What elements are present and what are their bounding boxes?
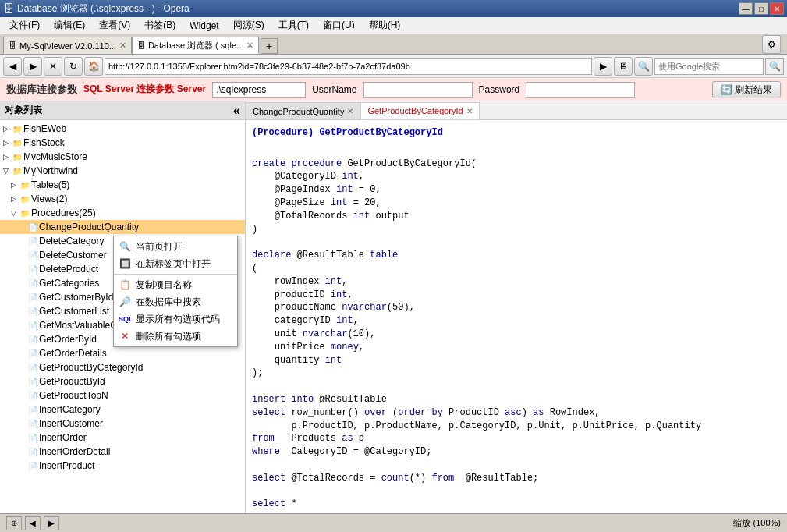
menu-view[interactable]: 查看(V): [93, 18, 136, 34]
label-mvcmusicstore: MvcMusicStore: [23, 151, 87, 162]
stop-button[interactable]: ✕: [44, 57, 62, 76]
status-left: ⊕ ◀ ▶: [6, 516, 59, 530]
icon-mynorthwind: 📁: [12, 167, 22, 176]
tree-item-getproducttopn[interactable]: 📄 GetProductTopN: [0, 388, 245, 403]
code-line-1: create procedure GetProductByCategoryId(: [252, 158, 781, 171]
status-btn-2[interactable]: ◀: [25, 516, 41, 530]
code-line-18: select row_number() over (order by Produ…: [252, 406, 781, 420]
label-getproductbyid: GetProductById: [39, 376, 105, 387]
minimize-button[interactable]: —: [739, 2, 753, 15]
tab-close-0[interactable]: ✕: [119, 41, 126, 51]
back-button[interactable]: ◀: [3, 57, 22, 76]
icon-changeproductqty: 📄: [28, 223, 37, 232]
label-tables: Tables(5): [31, 179, 69, 190]
menu-help[interactable]: 帮助(H): [363, 18, 407, 34]
tree-item-getproductbyid[interactable]: 📄 GetProductById: [0, 374, 245, 388]
ctx-copy-name[interactable]: 📋 复制项目名称: [114, 276, 237, 293]
sidebar-collapse-button[interactable]: «: [233, 104, 240, 118]
refresh-button[interactable]: ↻: [64, 57, 83, 76]
ctx-label-delete-checked: 删除所有勾选项: [136, 330, 201, 343]
tree-item-insertcustomer[interactable]: 📄 InsertCustomer: [0, 417, 245, 431]
ctx-separator-1: [114, 274, 237, 275]
inner-tab-label-1: GetProductByCategoryId: [367, 106, 463, 115]
code-line-13: unit nvarchar(10),: [252, 328, 781, 341]
ctx-delete-checked[interactable]: ✕ 删除所有勾选项: [114, 328, 237, 345]
tree-item-getproductbycategoryid[interactable]: 📄 GetProductByCategoryId: [0, 360, 245, 374]
tab-close-1[interactable]: ✕: [246, 41, 253, 51]
code-line-7: declare @ResultTable table: [252, 249, 781, 262]
browser-tab-1[interactable]: 🗄 Database 浏览器 (.sqle... ✕: [132, 37, 259, 54]
menu-tools[interactable]: 工具(T): [272, 18, 315, 34]
code-line-10: productID int,: [252, 289, 781, 302]
ctx-show-sql[interactable]: SQL 显示所有勾选项代码: [114, 310, 237, 328]
arrow-mvcmusicstore: ▷: [3, 153, 11, 161]
code-line-14: unitPrice money,: [252, 341, 781, 354]
maximize-button[interactable]: □: [754, 2, 768, 15]
label-getproducttopn: GetProductTopN: [39, 390, 108, 401]
menu-file[interactable]: 文件(F): [3, 18, 46, 34]
code-area[interactable]: (Procedure) GetProductByCategoryId creat…: [246, 120, 787, 513]
label-getcustomerlist: GetCustomerList: [39, 306, 109, 317]
search-input[interactable]: [654, 58, 764, 75]
close-button[interactable]: ✕: [770, 2, 784, 15]
server-input[interactable]: [212, 82, 306, 98]
inner-tab-close-0[interactable]: ✕: [347, 107, 353, 115]
status-btn-1[interactable]: ⊕: [6, 516, 22, 530]
tree-item-changeproductqty[interactable]: 📄 ChangeProductQuantity: [0, 220, 245, 234]
ctx-open-current[interactable]: 🔍 当前页打开: [114, 238, 237, 255]
forward-button[interactable]: ▶: [23, 57, 42, 76]
tree-item-getorderdetails[interactable]: 📄 GetOrderDetails: [0, 346, 245, 360]
go-button[interactable]: ▶: [594, 57, 612, 76]
arrow-mynorthwind: ▽: [3, 167, 11, 175]
label-deletecategory: DeleteCategory: [39, 236, 104, 246]
home-button[interactable]: 🏠: [84, 57, 103, 76]
inner-tab-0[interactable]: ChangeProductQuantity ✕: [246, 102, 360, 119]
tree-item-insertorder[interactable]: 📄 InsertOrder: [0, 431, 245, 445]
context-menu: 🔍 当前页打开 🔲 在新标签页中打开 📋 复制项目名称 🔎 在数据库中搜索: [113, 236, 238, 347]
password-input[interactable]: [526, 82, 635, 98]
label-getcustomerbyid: GetCustomerById: [39, 292, 113, 303]
ctx-open-new-tab[interactable]: 🔲 在新标签页中打开: [114, 255, 237, 272]
code-line-11: productName nvarchar(50),: [252, 301, 781, 314]
address-bar[interactable]: [105, 58, 592, 75]
username-label: UserName: [312, 84, 356, 95]
code-line-15: quantity int: [252, 354, 781, 367]
menu-edit[interactable]: 编辑(E): [48, 18, 91, 34]
label-procedures: Procedures(25): [31, 207, 96, 218]
browser-tab-0[interactable]: 🗄 My-SqlViewer V2.0.110... ✕: [3, 37, 132, 54]
inner-tab-close-1[interactable]: ✕: [466, 107, 473, 115]
ctx-search-db[interactable]: 🔎 在数据库中搜索: [114, 293, 237, 310]
inner-tab-1[interactable]: GetProductByCategoryId ✕: [360, 102, 479, 119]
icon-views: 📁: [20, 195, 30, 204]
tree-item-fisheWeb[interactable]: ▷ 📁 FishEWeb: [0, 122, 245, 136]
arrow-views: ▷: [11, 195, 19, 203]
tab-label-1: Database 浏览器 (.sqle...: [148, 40, 243, 51]
label-insertproduct: InsertProduct: [39, 460, 94, 471]
tree-item-insertorderdetail[interactable]: 📄 InsertOrderDetail: [0, 445, 245, 459]
menu-widget[interactable]: Widget: [183, 18, 225, 34]
status-bar: ⊕ ◀ ▶ 缩放 (100%): [0, 513, 787, 532]
zoom-button[interactable]: 🔍: [634, 57, 653, 76]
search-button[interactable]: 🔍: [765, 58, 784, 75]
tree-item-views[interactable]: ▷ 📁 Views(2): [0, 192, 245, 206]
code-procedure-title: (Procedure) GetProductByCategoryId: [252, 126, 781, 140]
tree-item-insertproduct[interactable]: 📄 InsertProduct: [0, 459, 245, 473]
arrow-tables: ▷: [11, 181, 19, 189]
refresh-results-button[interactable]: 🔄 刷新结果: [712, 81, 781, 98]
menu-bookmarks[interactable]: 书签(B): [138, 18, 182, 34]
new-tab-button[interactable]: +: [261, 38, 278, 54]
menu-network[interactable]: 网源(S): [227, 18, 271, 34]
tree-item-insertcategory[interactable]: 📄 InsertCategory: [0, 403, 245, 417]
menu-window[interactable]: 窗口(U): [317, 18, 361, 34]
tree-item-mvcmusicstore[interactable]: ▷ 📁 MvcMusicStore: [0, 150, 245, 164]
label-views: Views(2): [31, 193, 67, 204]
tree-item-mynorthwind[interactable]: ▽ 📁 MyNorthwind: [0, 164, 245, 178]
status-btn-3[interactable]: ▶: [44, 516, 59, 530]
ctx-icon-delete-checked: ✕: [119, 331, 131, 342]
view-button[interactable]: 🖥: [614, 57, 633, 76]
tree-item-fishstock[interactable]: ▷ 📁 FishStock: [0, 136, 245, 150]
username-input[interactable]: [363, 82, 473, 98]
tree-item-procedures[interactable]: ▽ 📁 Procedures(25): [0, 206, 245, 220]
tab-settings-button[interactable]: ⚙: [762, 35, 781, 54]
tree-item-tables[interactable]: ▷ 📁 Tables(5): [0, 178, 245, 192]
